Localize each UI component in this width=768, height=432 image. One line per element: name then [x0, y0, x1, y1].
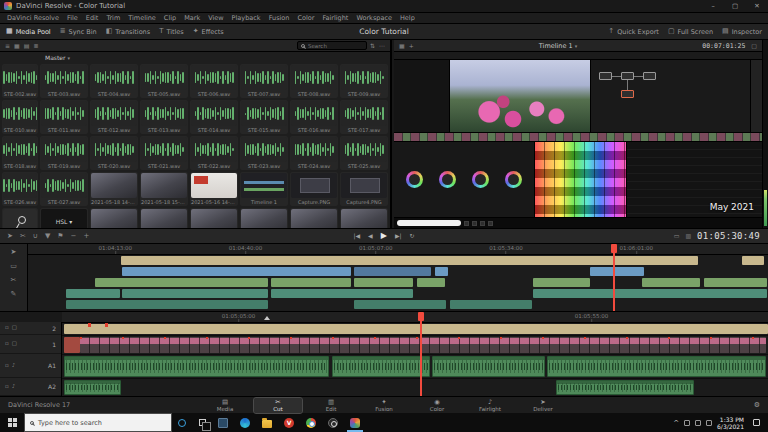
- battery-icon[interactable]: [706, 420, 712, 426]
- thumbnail-view-icon[interactable]: ▦: [14, 43, 20, 49]
- search-input[interactable]: Search: [297, 41, 367, 50]
- media-clip-ste-003-wav[interactable]: STE-003.wav: [40, 64, 88, 98]
- media-clip-untitled[interactable]: [190, 208, 238, 228]
- media-clip-2021-05-18-15-06-41[interactable]: 2021-05-18 15-06-41: [140, 172, 188, 206]
- page-fairlight[interactable]: ♪Fairlight: [466, 398, 514, 413]
- menu-clip[interactable]: Clip: [160, 14, 180, 22]
- menu-edit[interactable]: Edit: [82, 14, 103, 22]
- pointer-tool-icon[interactable]: ➤: [11, 249, 17, 256]
- overview-track-v2-clip[interactable]: [590, 267, 644, 276]
- page-media[interactable]: ▤Media: [201, 398, 249, 413]
- flag-icon[interactable]: ⚑: [57, 233, 63, 240]
- track-header-a1[interactable]: ▫♪A1: [0, 354, 61, 378]
- media-clip-untitled[interactable]: [340, 208, 388, 228]
- page-cut[interactable]: ✂Cut: [254, 398, 302, 413]
- page-edit[interactable]: ▥Edit: [307, 398, 355, 413]
- volume-icon[interactable]: [684, 420, 690, 426]
- overview-playhead[interactable]: [613, 244, 615, 311]
- audio-clip[interactable]: [64, 380, 120, 395]
- network-icon[interactable]: [695, 420, 701, 426]
- select-tool-icon[interactable]: ➤: [7, 233, 13, 240]
- transitions-button[interactable]: ◧Transitions: [106, 28, 150, 36]
- media-pool-button[interactable]: ▦Media Pool: [6, 28, 51, 36]
- maximize-button[interactable]: ▢: [724, 0, 746, 12]
- media-clip-ste-022-wav[interactable]: STE-022.wav: [190, 136, 238, 170]
- taskbar-search-input[interactable]: Type here to search: [24, 413, 172, 432]
- overview-track-v1-clip[interactable]: [271, 278, 351, 287]
- taskbar-clock[interactable]: 1:33 PM 6/3/2021: [717, 416, 744, 430]
- media-clip-ste-021-wav[interactable]: STE-021.wav: [140, 136, 188, 170]
- media-clip-capture4-png[interactable]: Capture4.PNG: [340, 172, 388, 206]
- timeline-view-icon[interactable]: ▭: [674, 233, 680, 239]
- audio-clip[interactable]: [547, 356, 766, 377]
- media-clip-ste-018-wav[interactable]: STE-018.wav: [2, 136, 38, 170]
- monitor-app-icon[interactable]: [212, 413, 234, 432]
- davinci-resolve-icon[interactable]: [344, 413, 366, 432]
- clip[interactable]: [64, 337, 80, 353]
- media-clip-ste-019-wav[interactable]: STE-019.wav: [40, 136, 88, 170]
- media-clip-ste-011-wav[interactable]: STE-011.wav: [40, 100, 88, 134]
- video-clip[interactable]: [80, 337, 766, 353]
- overview-track-v3-clip[interactable]: [742, 256, 764, 265]
- media-clip-ste-005-wav[interactable]: STE-005.wav: [140, 64, 188, 98]
- overview-track-v1-clip[interactable]: [354, 278, 413, 287]
- snap-icon[interactable]: ∪: [33, 233, 38, 240]
- page-color[interactable]: ◉Color: [413, 398, 461, 413]
- media-clip-capture-png[interactable]: Capture.PNG: [290, 172, 338, 206]
- task-view-icon[interactable]: [192, 413, 212, 432]
- menu-timeline[interactable]: Timeline: [124, 14, 160, 22]
- media-clip-untitled[interactable]: [2, 208, 38, 228]
- timeline-overview-area[interactable]: 01:04:13:0001:04:40:0001:05:07:0001:05:3…: [28, 244, 768, 311]
- go-to-start-button[interactable]: |◀: [353, 233, 360, 239]
- overview-track-a2-clip[interactable]: [66, 300, 269, 309]
- page-fusion[interactable]: ✦Fusion: [360, 398, 408, 413]
- media-clip-ste-016-wav[interactable]: STE-016.wav: [290, 100, 338, 134]
- menu-color[interactable]: Color: [293, 14, 318, 22]
- marker-icon[interactable]: ▼: [45, 233, 50, 240]
- menu-file[interactable]: File: [63, 14, 82, 22]
- media-clip-ste-026-wav[interactable]: STE-026.wav: [2, 172, 38, 206]
- viewer-video-frame[interactable]: May 2021: [394, 52, 762, 228]
- play-button[interactable]: ▶: [381, 232, 387, 240]
- start-button[interactable]: [0, 413, 24, 432]
- media-clip-untitled[interactable]: [240, 208, 288, 228]
- media-clip-ste-027-wav[interactable]: STE-027.wav: [40, 172, 88, 206]
- menu-workspace[interactable]: Workspace: [352, 14, 396, 22]
- overview-track-a1-clip[interactable]: [533, 289, 766, 298]
- tray-expand-icon[interactable]: ^: [673, 419, 679, 427]
- overview-ruler[interactable]: 01:04:13:0001:04:40:0001:05:07:0001:05:3…: [28, 244, 768, 255]
- overview-track-a2-clip[interactable]: [354, 300, 447, 309]
- overview-track-v2-clip[interactable]: [122, 267, 351, 276]
- media-clip-hsl[interactable]: HSL ▾HSL: [40, 208, 88, 228]
- media-clip-ste-009-wav[interactable]: STE-009.wav: [340, 64, 388, 98]
- menu-mark[interactable]: Mark: [180, 14, 204, 22]
- media-clip-ste-010-wav[interactable]: STE-010.wav: [2, 100, 38, 134]
- media-clip-ste-023-wav[interactable]: STE-023.wav: [240, 136, 288, 170]
- media-clip-ste-006-wav[interactable]: STE-006.wav: [190, 64, 238, 98]
- viewer-tools-icon[interactable]: ▦: [399, 43, 405, 49]
- overview-track-v2-clip[interactable]: [435, 267, 448, 276]
- overview-track-v1-clip[interactable]: [95, 278, 268, 287]
- loop-button[interactable]: ↻: [410, 233, 415, 239]
- page-deliver[interactable]: ➤Deliver: [519, 398, 567, 413]
- menu-playback[interactable]: Playback: [228, 14, 265, 22]
- range-select-icon[interactable]: ▭: [10, 263, 17, 270]
- filmstrip-view-icon[interactable]: ▤: [24, 43, 30, 49]
- media-clip-ste-002-wav[interactable]: STE-002.wav: [2, 64, 38, 98]
- menu-trim[interactable]: Trim: [102, 14, 124, 22]
- menu-view[interactable]: View: [204, 14, 227, 22]
- audio-trim-icon[interactable]: ▥: [685, 233, 691, 239]
- edge-icon[interactable]: [234, 413, 256, 432]
- overview-track-v1-clip[interactable]: [704, 278, 767, 287]
- overview-track-a1-clip[interactable]: [271, 289, 413, 298]
- v-app-icon[interactable]: V: [278, 413, 300, 432]
- overview-track-a1-clip[interactable]: [122, 289, 269, 298]
- razor-tool-icon[interactable]: ✂: [20, 233, 26, 240]
- close-button[interactable]: ✕: [746, 0, 768, 12]
- full-screen-button[interactable]: ▢Full Screen: [668, 28, 713, 36]
- more-options-icon[interactable]: ⋯: [379, 43, 385, 49]
- list-view-icon[interactable]: ≣: [33, 43, 38, 49]
- media-clip-ste-007-wav[interactable]: STE-007.wav: [240, 64, 288, 98]
- timeline-selector[interactable]: Timeline 1 ▾: [539, 42, 577, 50]
- media-clip-2021-05-18-14-20-21[interactable]: 2021-05-18 14-20-21: [90, 172, 138, 206]
